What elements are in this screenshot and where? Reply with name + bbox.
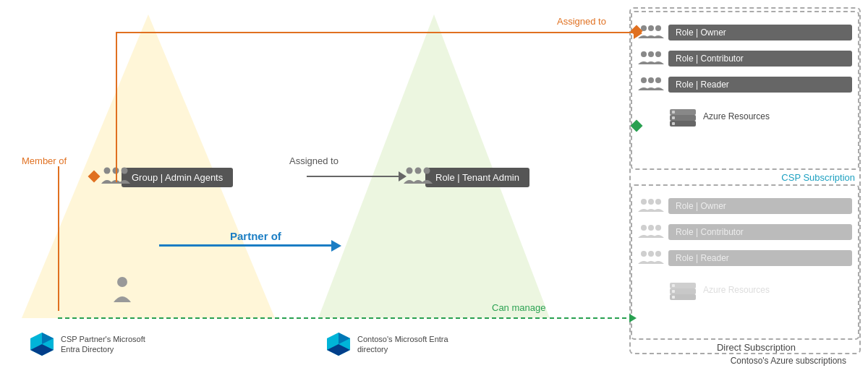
- csp-subscription-label: CSP Subscription: [781, 172, 855, 183]
- people-icon-reader-direct: [638, 248, 664, 268]
- orange-line-horizontal-top: [116, 32, 637, 33]
- orange-line-vertical-left: [116, 32, 117, 182]
- svg-point-15: [641, 199, 647, 205]
- csp-dir-container: CSP Partner's Microsoft Entra Directory: [29, 331, 155, 357]
- tenant-admin-people: [404, 165, 435, 192]
- svg-point-3: [641, 51, 647, 57]
- azure-resources-label-csp: Azure Resources: [703, 111, 770, 121]
- people-icon-owner-direct: [638, 196, 664, 216]
- svg-point-17: [655, 199, 661, 205]
- people-icon-reader: [638, 74, 664, 95]
- svg-point-19: [648, 225, 654, 231]
- svg-rect-29: [672, 296, 675, 299]
- csp-subscription-box: Role | Owner Role | Contributor: [631, 11, 859, 170]
- svg-point-2: [655, 25, 661, 31]
- svg-rect-28: [672, 290, 675, 293]
- azure-resources-label-direct: Azure Resources: [703, 285, 770, 295]
- can-manage-line: [58, 311, 637, 325]
- csp-dir-label: CSP Partner's Microsoft Entra Directory: [61, 334, 155, 355]
- role-tenant-admin-label: Role | Tenant Admin: [425, 168, 529, 187]
- svg-point-6: [641, 77, 647, 83]
- azure-resources-icon-csp: [668, 102, 697, 131]
- contoso-entra-icon: [326, 331, 352, 357]
- svg-rect-12: [672, 111, 675, 114]
- people-icon-contributor: [638, 48, 664, 69]
- direct-subscription-box: Role | Owner Role | Contributor: [631, 184, 859, 340]
- admin-agents-people: [101, 165, 133, 192]
- assigned-to-mid-label: Assigned to: [289, 155, 339, 166]
- group-admin-agents-label: Group | Admin Agents: [122, 168, 233, 187]
- diagram: Role | Owner Role | Contributor: [0, 0, 868, 368]
- partner-of-label: Partner of: [230, 230, 281, 242]
- svg-point-36: [117, 277, 127, 287]
- svg-point-18: [641, 225, 647, 231]
- admin-agents-people-icon: [101, 165, 133, 189]
- role-contributor-label-direct: Role | Contributor: [668, 224, 852, 240]
- svg-point-1: [648, 25, 654, 31]
- assigned-to-top-label: Assigned to: [557, 16, 606, 27]
- role-contributor-label: Role | Contributor: [668, 51, 852, 67]
- role-owner-label-direct: Role | Owner: [668, 198, 852, 214]
- svg-point-30: [104, 168, 111, 174]
- svg-rect-27: [672, 284, 675, 287]
- svg-point-16: [648, 199, 654, 205]
- direct-subscription-label: Direct Subscription: [717, 342, 796, 353]
- partner-of-arrow: [159, 244, 333, 247]
- svg-point-33: [407, 168, 413, 174]
- svg-point-21: [641, 251, 647, 257]
- arrowhead-admin-to-tenant: [399, 171, 407, 181]
- yellow-triangle: [22, 14, 275, 318]
- orange-line-member-of: [58, 166, 59, 311]
- contoso-azure-label: Contoso's Azure subscriptions: [731, 356, 846, 366]
- role-owner-label: Role | Owner: [668, 25, 852, 40]
- csp-entra-icon: [29, 331, 55, 357]
- svg-point-4: [648, 51, 654, 57]
- svg-point-7: [648, 77, 654, 83]
- azure-resources-icon-direct: [668, 275, 697, 304]
- svg-point-20: [655, 225, 661, 231]
- svg-point-5: [655, 51, 661, 57]
- role-reader-label-direct: Role | Reader: [668, 250, 852, 266]
- svg-point-32: [122, 168, 128, 174]
- role-reader-label: Role | Reader: [668, 77, 852, 93]
- member-of-label: Member of: [22, 155, 67, 166]
- person-icon: [112, 275, 132, 304]
- contoso-dir-label: Contoso's Microsoft Entra directory: [357, 334, 473, 355]
- svg-marker-38: [629, 314, 637, 322]
- svg-rect-13: [672, 116, 675, 119]
- single-person-icon: [112, 275, 132, 306]
- svg-point-22: [648, 251, 654, 257]
- contoso-dir-container: Contoso's Microsoft Entra directory: [326, 331, 473, 357]
- svg-point-35: [424, 168, 430, 174]
- svg-rect-14: [672, 122, 675, 125]
- tenant-admin-people-icon: [404, 165, 435, 189]
- svg-point-8: [655, 77, 661, 83]
- svg-point-34: [415, 168, 422, 174]
- people-icon-contributor-direct: [638, 222, 664, 242]
- partner-of-arrowhead: [331, 240, 341, 252]
- arrow-admin-to-tenant: [307, 176, 401, 177]
- svg-point-23: [655, 251, 661, 257]
